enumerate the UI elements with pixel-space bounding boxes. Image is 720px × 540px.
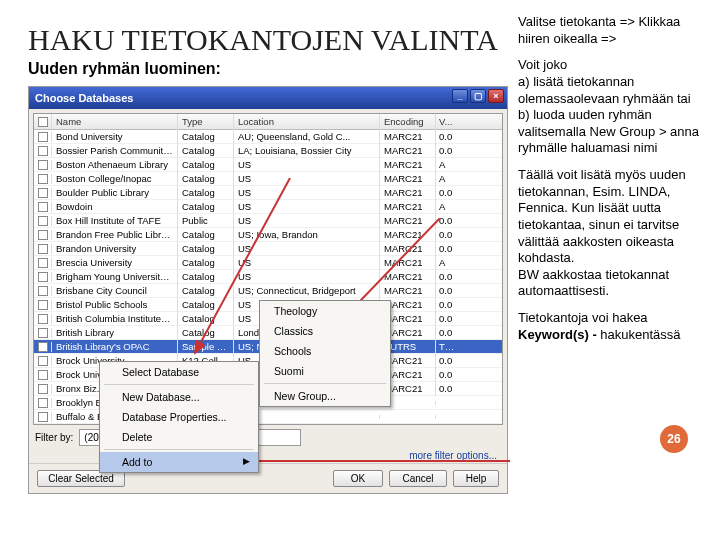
menu-item[interactable]: Schools	[260, 341, 390, 361]
cell-name: Brigham Young University - Hawaii	[52, 269, 178, 284]
cell-name: Brandon Free Public Library	[52, 227, 178, 242]
cell-version	[436, 415, 456, 419]
row-checkbox[interactable]	[34, 174, 52, 184]
row-checkbox[interactable]	[34, 314, 52, 324]
menu-item[interactable]: Select Database	[100, 362, 258, 382]
help-button[interactable]: Help	[453, 470, 499, 487]
row-checkbox[interactable]	[34, 286, 52, 296]
close-icon[interactable]: ×	[488, 89, 504, 103]
cell-location: US	[234, 185, 380, 200]
row-checkbox[interactable]	[34, 132, 52, 142]
cell-version: A	[436, 157, 456, 172]
context-menu[interactable]: Select DatabaseNew Database...Database P…	[99, 361, 259, 473]
filter-label: Filter by:	[35, 432, 73, 443]
row-checkbox[interactable]	[34, 146, 52, 156]
row-checkbox[interactable]	[34, 370, 52, 380]
row-checkbox[interactable]	[34, 398, 52, 408]
table-row[interactable]: Box Hill Institute of TAFEPublicUSMARC21…	[34, 214, 502, 228]
table-row[interactable]: Brandon Free Public LibraryCatalogUS; Io…	[34, 228, 502, 242]
window-titlebar[interactable]: Choose Databases _ ▢ ×	[29, 87, 507, 109]
row-checkbox[interactable]	[34, 258, 52, 268]
row-checkbox[interactable]	[34, 188, 52, 198]
cell-type: Catalog	[178, 199, 234, 214]
cell-version: 0.0	[436, 143, 456, 158]
cell-name: Brandon University	[52, 241, 178, 256]
row-checkbox[interactable]	[34, 328, 52, 338]
row-checkbox[interactable]	[34, 202, 52, 212]
side-paragraph: Tietokantoja voi hakea Keyword(s) - haku…	[518, 310, 714, 343]
cell-name: Boston Athenaeum Library	[52, 157, 178, 172]
ok-button[interactable]: OK	[333, 470, 383, 487]
menu-item[interactable]: New Database...	[100, 387, 258, 407]
cell-name: Brisbane City Council	[52, 283, 178, 298]
cancel-button[interactable]: Cancel	[389, 470, 447, 487]
table-row[interactable]: Bossier Parish Community CollegeCatalogL…	[34, 144, 502, 158]
side-paragraph: Valitse tietokanta => Klikkaa hiiren oik…	[518, 14, 714, 47]
table-row[interactable]: Brigham Young University - HawaiiCatalog…	[34, 270, 502, 284]
table-row[interactable]: Brescia UniversityCatalogUSMARC21A	[34, 256, 502, 270]
context-submenu[interactable]: TheologyClassicsSchoolsSuomiNew Group...	[259, 300, 391, 407]
cell-name: Bond University	[52, 129, 178, 144]
cell-location: LA; Louisiana, Bossier City	[234, 143, 380, 158]
cell-type: Catalog	[178, 325, 234, 340]
table-row[interactable]: Bond UniversityCatalogAU; Queensland, Go…	[34, 130, 502, 144]
row-checkbox[interactable]	[34, 342, 52, 352]
cell-version: 0.0	[436, 353, 456, 368]
cell-name: Boston College/Inopac	[52, 171, 178, 186]
menu-item[interactable]: Classics	[260, 321, 390, 341]
table-row[interactable]: BowdoinCatalogUSMARC21A	[34, 200, 502, 214]
menu-item[interactable]: New Group...	[260, 386, 390, 406]
grid-header: Name Type Location Encoding V...	[34, 114, 502, 130]
row-checkbox[interactable]	[34, 412, 52, 422]
cell-location: US; Iowa, Brandon	[234, 227, 380, 242]
col-encoding[interactable]: Encoding	[380, 114, 436, 129]
minimize-icon[interactable]: _	[452, 89, 468, 103]
col-name[interactable]: Name	[52, 114, 178, 129]
cell-type: Catalog	[178, 171, 234, 186]
cell-name: Boulder Public Library	[52, 185, 178, 200]
menu-item[interactable]: Database Properties...	[100, 407, 258, 427]
row-checkbox[interactable]	[34, 272, 52, 282]
cell-encoding: MARC21	[380, 185, 436, 200]
row-checkbox[interactable]	[34, 244, 52, 254]
table-row[interactable]: Boulder Public LibraryCatalogUSMARC210.0	[34, 186, 502, 200]
maximize-icon[interactable]: ▢	[470, 89, 486, 103]
cell-version: TB.8	[436, 339, 456, 354]
cell-type: Catalog	[178, 143, 234, 158]
row-checkbox[interactable]	[34, 384, 52, 394]
row-checkbox[interactable]	[34, 356, 52, 366]
menu-item[interactable]: Theology	[260, 301, 390, 321]
cell-name: British Library	[52, 325, 178, 340]
menu-item[interactable]: Add to▶	[100, 452, 258, 472]
cell-encoding: MARC21	[380, 241, 436, 256]
cell-name: Brescia University	[52, 255, 178, 270]
cell-type: Catalog	[178, 283, 234, 298]
menu-item[interactable]: Suomi	[260, 361, 390, 381]
cell-version	[436, 401, 456, 405]
cell-name: British Library's OPAC	[52, 339, 178, 354]
cell-version: 0.0	[436, 311, 456, 326]
table-row[interactable]: Brisbane City CouncilCatalogUS; Connecti…	[34, 284, 502, 298]
table-row[interactable]: Boston College/InopacCatalogUSMARC21A	[34, 172, 502, 186]
cell-version: 0.0	[436, 297, 456, 312]
side-paragraph: Täällä voit lisätä myös uuden tietokanna…	[518, 167, 714, 300]
row-checkbox[interactable]	[34, 160, 52, 170]
cell-location: US; Connecticut, Bridgeport	[234, 283, 380, 298]
table-row[interactable]: Brandon UniversityCatalogUSMARC210.0	[34, 242, 502, 256]
cell-type: Sample Database Admin.	[178, 339, 234, 354]
col-location[interactable]: Location	[234, 114, 380, 129]
col-ver[interactable]: V...	[436, 114, 456, 129]
table-row[interactable]: Boston Athenaeum LibraryCatalogUSMARC21A	[34, 158, 502, 172]
menu-item[interactable]: Delete	[100, 427, 258, 447]
row-checkbox[interactable]	[34, 216, 52, 226]
cell-version: 0.0	[436, 325, 456, 340]
cell-version: A	[436, 171, 456, 186]
cell-type: Catalog	[178, 297, 234, 312]
page-title: HAKU TIETOKANTOJEN VALINTA	[28, 24, 508, 56]
col-type[interactable]: Type	[178, 114, 234, 129]
row-checkbox[interactable]	[34, 300, 52, 310]
row-checkbox[interactable]	[34, 230, 52, 240]
cell-encoding: MARC21	[380, 269, 436, 284]
cell-encoding: MARC21	[380, 129, 436, 144]
cell-encoding: MARC21	[380, 255, 436, 270]
